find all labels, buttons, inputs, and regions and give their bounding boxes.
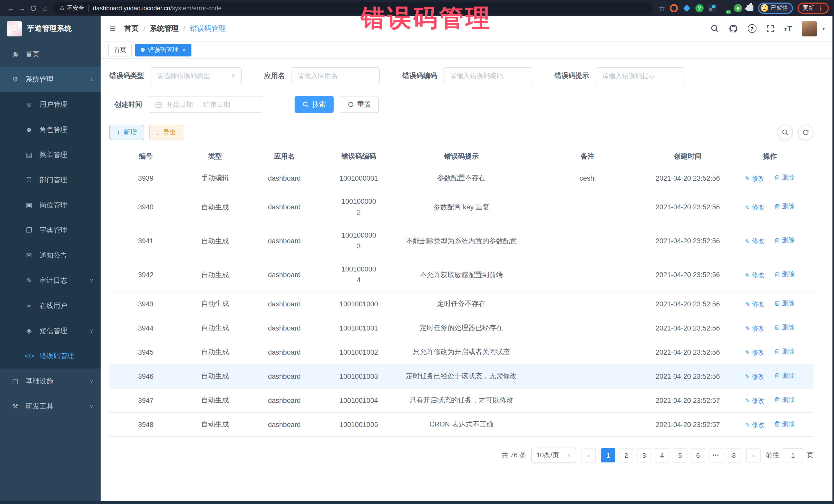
delete-link[interactable]: 删除 <box>775 347 795 356</box>
column-header: 操作 <box>726 147 813 166</box>
extension-icon-green-v[interactable]: V <box>696 4 704 12</box>
sidebar-item[interactable]: ☺ 用户管理 <box>0 92 101 117</box>
hamburger-icon[interactable]: ≡ <box>110 23 115 34</box>
sidebar-item[interactable]: ◈ 短信管理 ∨ <box>0 318 101 343</box>
fullscreen-icon[interactable] <box>766 24 774 32</box>
date-range-picker[interactable]: 开始日期 - 结束日期 <box>149 96 262 113</box>
add-button[interactable]: + 新增 <box>109 125 144 140</box>
sidebar-item[interactable]: ▤ 菜单管理 <box>0 142 101 167</box>
announcement-icon: ✉ <box>25 251 34 259</box>
annotation-overlay: 错误码管理 <box>361 2 492 35</box>
tab-active-dot <box>140 48 145 52</box>
cell-memo <box>526 316 649 340</box>
sidebar-item[interactable]: ◉ 首页 <box>0 42 101 67</box>
page-button[interactable]: ••• <box>709 448 723 462</box>
delete-link[interactable]: 删除 <box>775 395 795 404</box>
sidebar-item[interactable]: ✎ 审计日志 ∨ <box>0 268 101 293</box>
edit-link[interactable]: ✎修改 <box>745 372 765 381</box>
page-button[interactable]: 6 <box>691 448 705 462</box>
page-button[interactable]: 8 <box>727 448 741 462</box>
search-button[interactable]: 搜索 <box>294 96 334 113</box>
table-header-row: 编号类型应用名错误码编码错误码提示备注创建时间操作 <box>109 147 813 166</box>
sidebar-item[interactable]: ▣ 岗位管理 <box>0 193 101 218</box>
page-button[interactable]: 5 <box>673 448 687 462</box>
app-name-input[interactable] <box>291 67 380 84</box>
delete-link[interactable]: 删除 <box>775 299 795 308</box>
tab-home[interactable]: 首页 <box>108 43 132 56</box>
cell-id: 3940 <box>109 190 182 224</box>
extension-icon-gem[interactable] <box>683 4 691 12</box>
edit-link[interactable]: ✎修改 <box>745 203 765 212</box>
sidebar-item[interactable]: ♖ 部门管理 <box>0 167 101 193</box>
user-avatar[interactable] <box>802 21 817 36</box>
edit-link[interactable]: ✎修改 <box>745 271 765 280</box>
forward-icon[interactable]: → <box>17 2 28 14</box>
show-search-button[interactable] <box>777 125 793 140</box>
extension-icon-on-badge[interactable] <box>721 4 729 12</box>
font-size-icon[interactable]: TT <box>784 25 792 32</box>
delete-link[interactable]: 删除 <box>775 270 795 279</box>
error-code-input[interactable] <box>444 67 532 84</box>
delete-link[interactable]: 删除 <box>775 323 795 332</box>
delete-link[interactable]: 删除 <box>775 236 795 245</box>
edit-link[interactable]: ✎修改 <box>745 421 765 429</box>
page-button[interactable]: 3 <box>637 448 651 462</box>
extension-icon-grid[interactable] <box>708 4 717 12</box>
prev-page-button[interactable]: ‹ <box>581 448 596 462</box>
home-icon[interactable]: ⌂ <box>39 2 50 14</box>
page-button[interactable]: 4 <box>655 448 669 462</box>
edit-link[interactable]: ✎修改 <box>745 348 765 357</box>
cell-message: 只允许修改为开启或者关闭状态 <box>397 340 526 364</box>
delete-link[interactable]: 删除 <box>775 420 795 428</box>
sidebar-item[interactable]: </> 错误码管理 <box>0 343 101 369</box>
error-msg-input[interactable] <box>596 67 684 84</box>
extension-icon-orange[interactable] <box>670 4 678 12</box>
bookmark-star-icon[interactable]: ☆ <box>659 4 665 12</box>
extension-icon-green-dot[interactable] <box>734 4 742 12</box>
edit-link[interactable]: ✎修改 <box>745 396 765 405</box>
reset-button[interactable]: 重置 <box>340 96 379 113</box>
address-bar[interactable]: ⚠ 不安全 dashboard.yudao.iocoder.cn/system/… <box>53 2 653 14</box>
goto-page-input[interactable] <box>783 448 803 462</box>
delete-link[interactable]: 删除 <box>775 202 795 211</box>
help-icon[interactable]: ? <box>748 24 756 33</box>
sidebar-item[interactable]: ⚙ 系统管理 ∧ <box>0 67 101 92</box>
delete-link[interactable]: 删除 <box>775 173 795 182</box>
browser-menu-icon[interactable]: ⋮ <box>817 4 824 12</box>
breadcrumb-home[interactable]: 首页 <box>124 24 138 33</box>
edit-link[interactable]: ✎修改 <box>745 300 765 309</box>
github-icon[interactable] <box>729 24 738 33</box>
sidebar-item[interactable]: ∞ 在线用户 <box>0 293 101 318</box>
tab-error-code[interactable]: 错误码管理 × <box>135 43 192 56</box>
refresh-icon <box>802 129 809 136</box>
back-icon[interactable]: ← <box>5 2 17 14</box>
sidebar-item[interactable]: ⚒ 研发工具 ∨ <box>0 394 101 419</box>
page-button[interactable]: 2 <box>619 448 633 462</box>
page-size-select[interactable]: 10条/页 ∨ <box>531 447 576 463</box>
cell-actions: ✎修改 删除 <box>726 224 813 258</box>
app-logo-row[interactable]: 芋道管理系统 <box>0 16 101 42</box>
reload-icon[interactable] <box>28 2 39 14</box>
sidebar-item[interactable]: ❐ 字典管理 <box>0 218 101 243</box>
column-header: 错误码提示 <box>397 147 526 166</box>
tab-close-icon[interactable]: × <box>182 46 186 53</box>
edit-link[interactable]: ✎修改 <box>745 237 765 246</box>
next-page-button[interactable]: › <box>746 448 761 462</box>
profile-chip[interactable]: 已暂停 <box>758 2 793 14</box>
trash-icon <box>775 373 781 379</box>
breadcrumb-system[interactable]: 系统管理 <box>150 24 179 33</box>
extensions-puzzle-icon[interactable] <box>747 5 753 11</box>
caret-down-icon[interactable]: ▾ <box>822 26 825 31</box>
update-chip[interactable]: 更新 ⋮ <box>797 2 829 14</box>
edit-link[interactable]: ✎修改 <box>745 174 765 183</box>
refresh-table-button[interactable] <box>798 125 813 140</box>
sidebar-item[interactable]: ☻ 角色管理 <box>0 117 101 142</box>
search-icon[interactable] <box>710 24 719 33</box>
sidebar-item[interactable]: ✉ 通知公告 <box>0 243 101 268</box>
error-type-select[interactable]: 请选择错误码类型 ∨ <box>151 67 241 84</box>
sidebar-item[interactable]: ▢ 基础设施 ∨ <box>0 369 101 394</box>
page-button[interactable]: 1 <box>601 448 615 462</box>
export-button[interactable]: ↓ 导出 <box>149 125 183 140</box>
delete-link[interactable]: 删除 <box>775 371 795 380</box>
edit-link[interactable]: ✎修改 <box>745 324 765 333</box>
